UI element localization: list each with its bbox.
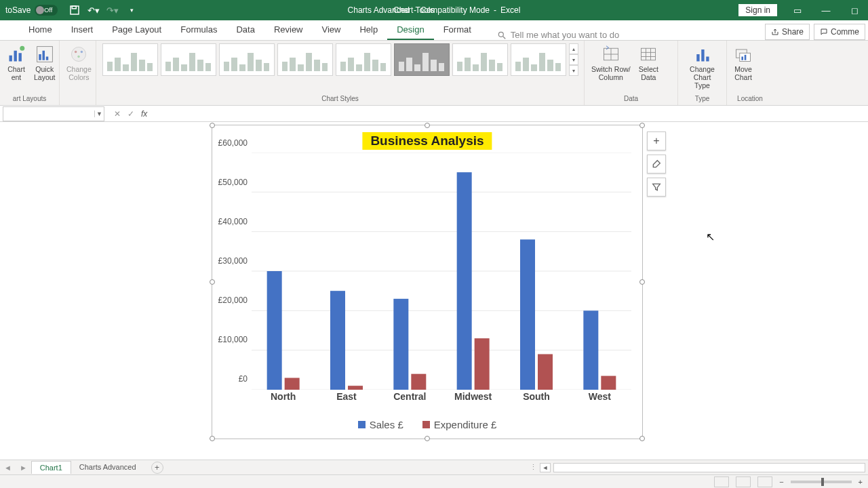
select-data-button[interactable]: Select Data [636,43,661,83]
legend-swatch-icon [358,421,366,428]
zoom-slider[interactable] [791,481,852,483]
tab-view[interactable]: View [313,20,351,40]
chart-style-2[interactable] [161,43,216,76]
normal-view-button[interactable] [714,476,729,487]
tab-help[interactable]: Help [350,20,387,40]
add-sheet-button[interactable]: + [151,462,163,474]
comments-button[interactable]: Comme [814,24,865,40]
chart-style-4[interactable] [277,43,333,76]
chart-styles-button[interactable] [647,155,666,174]
move-chart-button[interactable]: Move Chart [731,43,755,83]
tell-me-placeholder: Tell me what you want to do [511,30,619,40]
minimize-icon[interactable]: — [812,0,840,20]
page-layout-view-button[interactable] [736,476,751,487]
sheet-nav-next[interactable]: ► [16,464,31,472]
svg-point-13 [75,51,77,54]
tab-design[interactable]: Design [387,20,433,40]
gallery-scroll[interactable]: ▴▾▾ [569,43,578,76]
scroll-left-icon[interactable]: ◄ [540,463,551,472]
group-label-styles: Chart Styles [100,94,580,104]
x-axis: North East Central Midwest South West [252,391,631,406]
ribbon-display-icon[interactable]: ▭ [784,0,811,20]
tab-data[interactable]: Data [226,20,264,40]
chart-style-1[interactable] [102,43,158,76]
resize-handle[interactable] [639,123,645,128]
sheet-tab[interactable]: Charts Advanced [71,461,144,473]
chart-legend[interactable]: Sales £ Expenditure £ [212,419,642,430]
svg-rect-44 [457,172,472,390]
tab-page-layout[interactable]: Page Layout [102,20,171,40]
status-bar: − + [0,474,868,488]
switch-rc-icon [601,45,620,64]
resize-handle[interactable] [639,279,645,285]
svg-rect-19 [642,48,656,60]
svg-rect-5 [14,51,17,62]
page-break-view-button[interactable] [757,476,772,487]
change-type-icon [693,45,712,64]
maximize-icon[interactable]: ◻ [841,0,868,20]
formula-input[interactable] [157,109,868,119]
tell-me-search[interactable]: Tell me what you want to do [497,30,619,40]
chart-elements-button[interactable]: + [647,131,666,150]
svg-line-3 [503,36,506,39]
comment-icon [820,28,828,36]
chevron-up-icon[interactable]: ▴ [569,43,578,54]
tab-format[interactable]: Format [434,20,481,40]
resize-handle[interactable] [425,436,430,441]
add-chart-element-button[interactable]: Chart ent [4,43,28,83]
legend-item[interactable]: Sales £ [358,419,403,430]
svg-rect-4 [9,56,12,62]
quick-layout-button[interactable]: Quick Layout [31,43,58,83]
resize-handle[interactable] [425,123,430,128]
chart-style-gallery[interactable]: ▴▾▾ [102,43,578,76]
title-bar: toSave Off ↶▾ ↷▾ ▾ Charts Advanced - Com… [0,0,868,20]
change-chart-type-button[interactable]: Change Chart Type [682,43,722,91]
gallery-more-icon[interactable]: ▾ [569,65,578,76]
autosave-toggle[interactable]: Off [35,5,58,16]
svg-rect-30 [745,55,747,60]
svg-point-12 [72,47,86,62]
group-label-type: Type [682,94,722,104]
switch-row-column-button[interactable]: Switch Row/ Column [589,43,633,83]
resize-handle[interactable] [210,436,215,441]
chart-style-8[interactable] [511,43,566,76]
fx-icon[interactable]: fx [141,109,147,119]
svg-rect-11 [46,57,49,60]
tab-review[interactable]: Review [264,20,313,40]
save-icon[interactable] [68,4,81,16]
chart-filters-button[interactable] [647,178,666,197]
sheet-nav-prev[interactable]: ◄ [0,464,16,472]
worksheet-area[interactable]: Business Analysis £0 £10,000 £20,000 £30… [0,122,868,460]
share-button[interactable]: Share [765,24,810,40]
qat-more-icon[interactable]: ▾ [125,4,138,16]
horizontal-scrollbar[interactable]: ⋮ ◄ [530,463,868,472]
chart-object[interactable]: Business Analysis £0 £10,000 £20,000 £30… [212,125,643,439]
autosave-control[interactable]: toSave Off [0,5,63,16]
undo-icon[interactable]: ↶▾ [87,4,100,16]
chart-style-7[interactable] [452,43,508,76]
chart-style-6[interactable] [394,43,450,76]
chart-title[interactable]: Business Analysis [362,132,492,150]
resize-handle[interactable] [210,123,215,128]
legend-item[interactable]: Expenditure £ [422,419,497,430]
chevron-down-icon[interactable]: ▾ [569,54,578,65]
tab-insert[interactable]: Insert [62,20,103,40]
zoom-out-button[interactable]: − [779,478,783,486]
enter-formula-icon[interactable]: ✓ [127,109,134,119]
name-box[interactable]: ▼ [3,106,104,121]
chart-style-5[interactable] [336,43,391,76]
redo-icon[interactable]: ↷▾ [106,4,119,16]
tab-formulas[interactable]: Formulas [171,20,226,40]
sheet-tab-active[interactable]: Chart1 [31,461,71,474]
svg-rect-43 [411,374,426,390]
plot-area[interactable] [252,152,631,390]
zoom-in-button[interactable]: + [859,478,863,486]
sign-in-button[interactable]: Sign in [738,4,777,16]
svg-rect-26 [706,57,709,62]
cancel-formula-icon[interactable]: ✕ [114,109,121,119]
change-colors-button[interactable]: Change Colors [64,43,94,83]
resize-handle[interactable] [639,436,645,441]
chevron-down-icon[interactable]: ▼ [94,110,104,117]
chart-style-3[interactable] [219,43,275,76]
tab-home[interactable]: Home [19,20,62,40]
